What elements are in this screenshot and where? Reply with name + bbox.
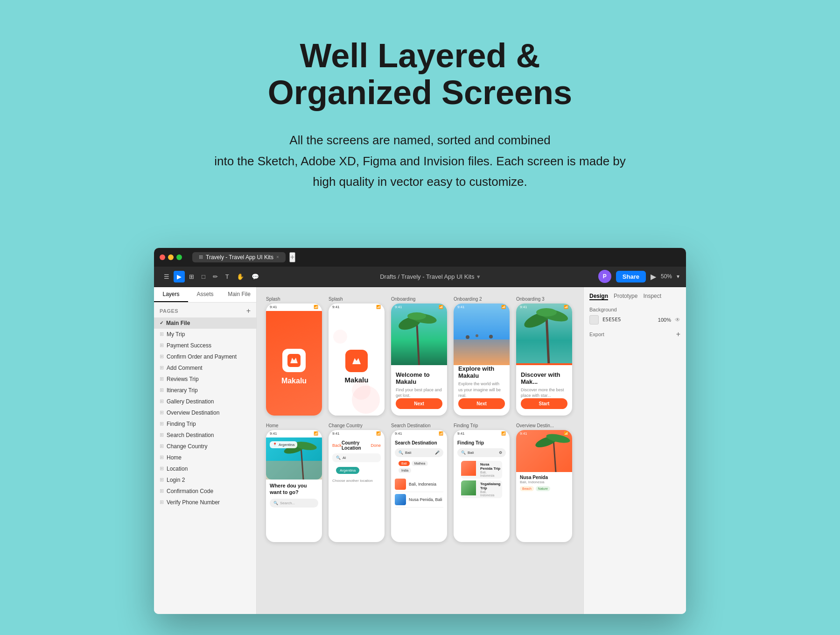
share-button[interactable]: Share (616, 271, 646, 282)
page-item-gallery[interactable]: ⊞ Gallery Destination (154, 396, 256, 407)
page-item-finding[interactable]: ⊞ Finding Trip (154, 418, 256, 430)
onboard1-title: Welcome to Makalu (396, 371, 442, 385)
onboard1-content: Welcome to Makalu Find your best place a… (391, 367, 447, 402)
trip-card-2[interactable]: Tegallalang Trip Bali, Indonesia (461, 480, 502, 498)
finding-content: Finding Trip 🔍 Bali ⚙ Nusa Penida Tr (454, 437, 510, 503)
minimize-dot[interactable] (168, 254, 174, 260)
tab-prototype[interactable]: Prototype (614, 293, 637, 300)
add-page-button[interactable]: + (246, 307, 251, 315)
bg-section-title: Background (589, 307, 680, 312)
chip-india[interactable]: India (399, 468, 411, 473)
visibility-icon[interactable]: 👁 (675, 317, 680, 323)
country-title: Country Location (342, 440, 371, 451)
svg-rect-17 (266, 461, 322, 480)
frame-label-onboard1: Onboarding (391, 296, 447, 302)
palm-tree-svg (391, 303, 447, 365)
page-item-search[interactable]: ⊞ Search Destination (154, 430, 256, 441)
shape-tool[interactable]: □ (198, 271, 209, 282)
page-item-home[interactable]: ⊞ Home (154, 452, 256, 463)
onboard1-next-btn[interactable]: Next (396, 398, 442, 409)
makalu-logo (282, 349, 306, 372)
active-tab[interactable]: ⊞ Travely - Travel App UI Kits × (192, 252, 286, 262)
export-add-button[interactable]: + (676, 330, 680, 339)
app-name-label: Makalu (281, 377, 307, 385)
page-item-country[interactable]: ⊞ Change Country (154, 441, 256, 452)
beach-svg (454, 303, 510, 365)
onboard3-title: Discover with Mak... (521, 371, 567, 385)
trip-loc: Bali, Indonesia (480, 471, 501, 477)
onboard2-next-btn[interactable]: Next (458, 398, 505, 409)
frame-group-finding: Finding Trip 9:41 📶 Finding Trip 🔍 Bali (454, 423, 510, 542)
new-tab-button[interactable]: + (289, 252, 295, 262)
page-item-itinerary[interactable]: ⊞ Itinerary Trip (154, 385, 256, 396)
phone-frame-home[interactable]: 9:41 📶 (266, 430, 322, 542)
page-item-reviews[interactable]: ⊞ Reviews Trip (154, 374, 256, 385)
tab-inspect[interactable]: Inspect (643, 293, 661, 300)
onboard3-content: Discover with Mak... Discover more the b… (516, 367, 572, 402)
result-item-2[interactable]: Nusa Penida, Bali (395, 492, 443, 508)
phone-frame-country[interactable]: 9:41 📶 Back Country Location Done (329, 430, 385, 542)
comment-tool[interactable]: 💬 (248, 271, 262, 282)
text-tool[interactable]: T (222, 271, 232, 282)
tab-main-file[interactable]: Main File (222, 287, 256, 302)
play-button[interactable]: ▶ (651, 272, 656, 281)
page-item-main[interactable]: ✓ Main File (154, 318, 256, 329)
phone-frame-finding[interactable]: 9:41 📶 Finding Trip 🔍 Bali ⚙ (454, 430, 510, 542)
finding-input[interactable]: 🔍 Bali ⚙ (457, 448, 506, 457)
right-panel-tabs: Design Prototype Inspect (589, 293, 680, 300)
frame-label-search: Search Destination (391, 423, 447, 428)
page-item-login2[interactable]: ⊞ Login 2 (154, 474, 256, 486)
search-input[interactable]: 🔍 Bali 🎤 (395, 448, 443, 457)
back-link[interactable]: Back (332, 443, 342, 448)
status-bar-5: 9:41 📶 (516, 303, 572, 311)
location-chip[interactable]: Argentina (336, 467, 359, 474)
menu-button[interactable]: ☰ (161, 271, 173, 282)
page-item-location[interactable]: ⊞ Location (154, 463, 256, 474)
chip-mathea[interactable]: Mathea (412, 461, 428, 466)
home-search-bar[interactable]: 🔍Search... (270, 499, 318, 508)
phone-frame-splash2[interactable]: 9:41 📶 Makalu (329, 303, 385, 416)
phone-frame-search[interactable]: 9:41 📶 Search Destination 🔍 Bali 🎤 (391, 430, 447, 542)
page-item-verify[interactable]: ⊞ Verify Phone Number (154, 497, 256, 508)
phone-frame-onboard2[interactable]: 9:41 📶 (454, 303, 510, 416)
page-item-payment-success[interactable]: ⊞ Payment Success (154, 340, 256, 351)
onboard1-image (391, 303, 447, 365)
hero-section: Well Layered &Organized Screens All the … (0, 0, 840, 220)
tab-layers[interactable]: Layers (154, 287, 188, 302)
hand-tool[interactable]: ✋ (233, 271, 247, 282)
chip-bali[interactable]: Bali (399, 461, 410, 466)
hash-icon: ⊞ (160, 488, 164, 494)
phone-frame-onboard1[interactable]: 9:41 📶 (391, 303, 447, 416)
status-bar-search: 9:41 📶 (391, 430, 447, 437)
onboard2-content: Explore with Makalu Explore the world wi… (454, 361, 510, 402)
onboard3-start-btn[interactable]: Start (521, 398, 567, 409)
country-input[interactable]: 🔍 Al (332, 453, 381, 462)
page-item-overview[interactable]: ⊞ Overview Destination (154, 407, 256, 418)
page-item-confirm-order[interactable]: ⊞ Confirm Order and Payment (154, 351, 256, 362)
tab-design[interactable]: Design (589, 293, 608, 300)
result-item-1[interactable]: Bali, Indonesia (395, 477, 443, 492)
phone-frame-onboard3[interactable]: 9:41 📶 (516, 303, 572, 416)
frame-label-home: Home (266, 423, 322, 428)
pages-list: ✓ Main File ⊞ My Trip ⊞ Payment Success … (154, 318, 256, 614)
page-item-mytrip[interactable]: ⊞ My Trip (154, 329, 256, 340)
svg-point-11 (489, 335, 493, 339)
export-label: Export (589, 332, 604, 337)
select-tool[interactable]: ▶ (174, 271, 185, 282)
trip-card-1[interactable]: Nusa Penida Trip Bali, Indonesia (461, 461, 502, 479)
phone-frame-overview[interactable]: 9:41 📶 (516, 430, 572, 542)
page-item-add-comment[interactable]: ⊞ Add Comment (154, 362, 256, 374)
maximize-dot[interactable] (176, 254, 182, 260)
tab-assets[interactable]: Assets (188, 287, 222, 302)
close-dot[interactable] (160, 254, 165, 260)
bg-opacity-value: 100% (658, 317, 671, 323)
frame-tool[interactable]: ⊞ (186, 271, 197, 282)
pen-tool[interactable]: ✏ (210, 271, 221, 282)
zoom-dropdown[interactable]: ▾ (677, 273, 679, 280)
zoom-control[interactable]: 50% (661, 273, 672, 280)
phone-frame-splash1[interactable]: 9:41 📶 (266, 303, 322, 416)
done-link[interactable]: Done (371, 443, 381, 448)
bg-color-swatch[interactable] (589, 315, 599, 325)
onboard2-desc: Explore the world with us your imagine w… (458, 381, 505, 399)
page-item-confirmation[interactable]: ⊞ Confirmation Code (154, 486, 256, 497)
